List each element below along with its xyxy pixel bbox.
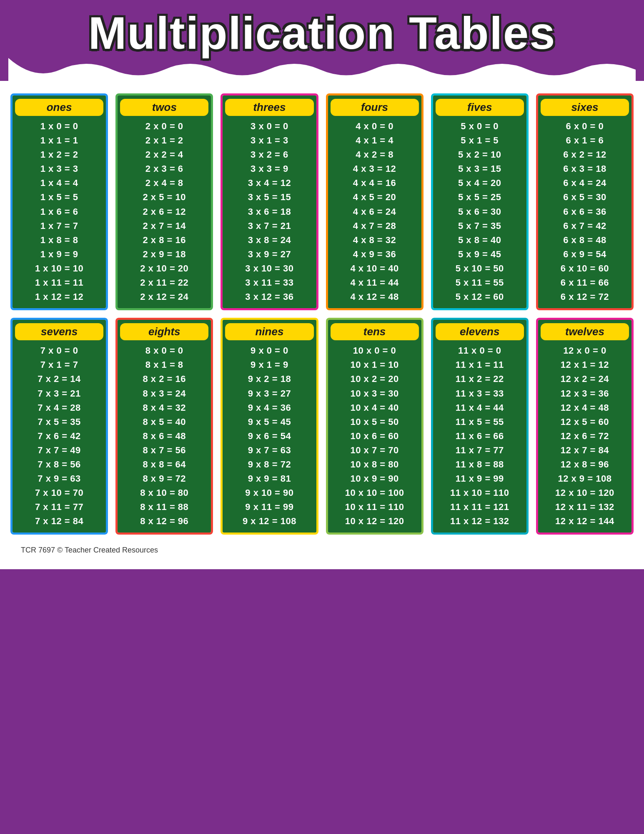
table-row: 7 x 8 = 56 [15,457,103,472]
table-row: 5 x 2 = 10 [436,148,524,162]
table-header-sevens: sevens [15,323,103,340]
table-card-fours: fours4 x 0 = 04 x 1 = 44 x 2 = 84 x 3 = … [326,93,423,310]
table-card-threes: threes3 x 0 = 03 x 1 = 33 x 2 = 63 x 3 =… [221,93,318,310]
table-row: 2 x 5 = 10 [120,190,208,204]
table-row: 2 x 1 = 2 [120,133,208,148]
table-card-twelves: twelves12 x 0 = 012 x 1 = 1212 x 2 = 241… [536,318,634,535]
table-row: 11 x 10 = 110 [436,486,524,500]
table-row: 8 x 8 = 64 [120,457,208,472]
table-row: 7 x 0 = 0 [15,344,103,358]
table-row: 7 x 3 = 21 [15,387,103,401]
table-row: 3 x 11 = 33 [225,276,313,290]
table-row: 5 x 12 = 60 [436,290,524,304]
table-row: 4 x 2 = 8 [331,148,419,162]
table-inner-twelves: twelves12 x 0 = 012 x 1 = 1212 x 2 = 241… [538,320,631,533]
table-row: 3 x 7 = 21 [225,219,313,233]
table-row: 7 x 11 = 77 [15,500,103,514]
table-row: 3 x 12 = 36 [225,290,313,304]
table-row: 2 x 11 = 22 [120,276,208,290]
table-inner-threes: threes3 x 0 = 03 x 1 = 33 x 2 = 63 x 3 =… [223,95,316,308]
table-row: 7 x 1 = 7 [15,358,103,372]
table-row: 12 x 11 = 132 [541,500,629,514]
wave-decoration [8,58,636,81]
table-inner-sevens: sevens7 x 0 = 07 x 1 = 77 x 2 = 147 x 3 … [13,320,106,533]
table-row: 9 x 1 = 9 [225,358,313,372]
table-row: 6 x 0 = 0 [541,119,629,133]
table-row: 4 x 1 = 4 [331,133,419,148]
table-row: 9 x 6 = 54 [225,429,313,443]
table-row: 1 x 1 = 1 [15,133,103,148]
table-row: 5 x 8 = 40 [436,233,524,247]
table-row: 1 x 11 = 11 [15,276,103,290]
table-row: 6 x 5 = 30 [541,190,629,204]
table-row: 1 x 10 = 10 [15,261,103,276]
table-row: 4 x 0 = 0 [331,119,419,133]
table-row: 9 x 3 = 27 [225,387,313,401]
table-row: 2 x 7 = 14 [120,219,208,233]
header-area: Multiplication Tables [0,0,644,81]
table-row: 9 x 10 = 90 [225,486,313,500]
table-row: 2 x 0 = 0 [120,119,208,133]
table-row: 11 x 9 = 99 [436,472,524,486]
footer-text: TCR 7697 © Teacher Created Resources [10,544,634,557]
table-row: 7 x 12 = 84 [15,514,103,528]
table-row: 4 x 4 = 16 [331,176,419,190]
table-row: 6 x 1 = 6 [541,133,629,148]
table-row: 5 x 7 = 35 [436,219,524,233]
table-row: 10 x 3 = 30 [331,387,419,401]
table-row: 4 x 6 = 24 [331,205,419,219]
table-card-fives: fives5 x 0 = 05 x 1 = 55 x 2 = 105 x 3 =… [431,93,529,310]
table-row: 6 x 7 = 42 [541,219,629,233]
table-card-nines: nines9 x 0 = 09 x 1 = 99 x 2 = 189 x 3 =… [221,318,318,535]
table-row: 2 x 3 = 6 [120,162,208,176]
table-row: 9 x 7 = 63 [225,443,313,457]
table-row: 10 x 7 = 70 [331,443,419,457]
table-row: 12 x 8 = 96 [541,457,629,472]
table-row: 2 x 9 = 18 [120,247,208,261]
table-row: 10 x 9 = 90 [331,472,419,486]
table-row: 4 x 10 = 40 [331,261,419,276]
table-header-twos: twos [120,99,208,116]
table-row: 3 x 2 = 6 [225,148,313,162]
table-row: 6 x 11 = 66 [541,276,629,290]
table-row: 1 x 9 = 9 [15,247,103,261]
table-row: 8 x 9 = 72 [120,472,208,486]
table-row: 1 x 2 = 2 [15,148,103,162]
table-row: 10 x 2 = 20 [331,372,419,386]
table-row: 7 x 5 = 35 [15,415,103,429]
table-row: 8 x 4 = 32 [120,401,208,415]
table-row: 11 x 7 = 77 [436,443,524,457]
table-row: 6 x 8 = 48 [541,233,629,247]
table-row: 12 x 0 = 0 [541,344,629,358]
table-row: 12 x 1 = 12 [541,358,629,372]
table-row: 12 x 6 = 72 [541,429,629,443]
table-row: 8 x 11 = 88 [120,500,208,514]
table-row: 11 x 6 = 66 [436,429,524,443]
table-row: 4 x 8 = 32 [331,233,419,247]
table-row: 5 x 11 = 55 [436,276,524,290]
table-row: 9 x 12 = 108 [225,514,313,528]
table-card-sixes: sixes6 x 0 = 06 x 1 = 66 x 2 = 126 x 3 =… [536,93,634,310]
table-row: 6 x 3 = 18 [541,162,629,176]
table-row: 11 x 3 = 33 [436,387,524,401]
table-row: 10 x 6 = 60 [331,429,419,443]
table-row: 1 x 5 = 5 [15,190,103,204]
table-row: 6 x 4 = 24 [541,176,629,190]
table-row: 7 x 4 = 28 [15,401,103,415]
table-row: 9 x 9 = 81 [225,472,313,486]
table-inner-tens: tens10 x 0 = 010 x 1 = 1010 x 2 = 2010 x… [328,320,421,533]
table-row: 3 x 6 = 18 [225,205,313,219]
table-row: 12 x 9 = 108 [541,472,629,486]
table-row: 1 x 7 = 7 [15,219,103,233]
table-row: 1 x 12 = 12 [15,290,103,304]
table-row: 9 x 8 = 72 [225,457,313,472]
table-inner-eights: eights8 x 0 = 08 x 1 = 88 x 2 = 168 x 3 … [118,320,211,533]
table-inner-fours: fours4 x 0 = 04 x 1 = 44 x 2 = 84 x 3 = … [328,95,421,308]
table-header-eights: eights [120,323,208,340]
table-row: 2 x 8 = 16 [120,233,208,247]
table-row: 1 x 8 = 8 [15,233,103,247]
table-row: 4 x 12 = 48 [331,290,419,304]
table-row: 10 x 10 = 100 [331,486,419,500]
table-row: 10 x 12 = 120 [331,514,419,528]
table-row: 6 x 6 = 36 [541,205,629,219]
